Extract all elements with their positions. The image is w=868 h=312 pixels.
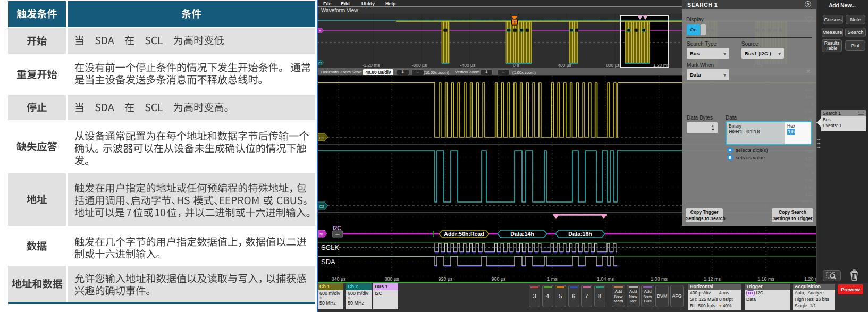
- svg-text:1.12 ms: 1.12 ms: [704, 276, 721, 282]
- svg-text:1.16 ms: 1.16 ms: [757, 276, 775, 282]
- svg-text:0 s: 0 s: [513, 63, 519, 68]
- svg-text:1.08 ms: 1.08 ms: [651, 276, 668, 282]
- svg-text:960 µs: 960 µs: [491, 276, 506, 282]
- svg-text:T: T: [513, 20, 516, 25]
- svg-text:—: —: [335, 232, 340, 237]
- svg-text:1 ms: 1 ms: [547, 276, 558, 282]
- svg-text:1.04 ms: 1.04 ms: [597, 276, 614, 282]
- svg-text:B: B: [319, 30, 321, 33]
- svg-text:1.20 ms: 1.20 ms: [804, 276, 816, 282]
- svg-text:800 µs: 800 µs: [606, 63, 620, 68]
- svg-text:SCLK: SCLK: [321, 243, 339, 251]
- svg-text:I2C: I2C: [333, 225, 341, 231]
- svg-text:C1: C1: [319, 136, 324, 140]
- svg-text:880 µs: 880 µs: [384, 276, 399, 282]
- svg-text:C2: C2: [318, 62, 322, 65]
- svg-text:C2: C2: [319, 204, 324, 209]
- svg-text:-1.20 ms: -1.20 ms: [362, 63, 380, 68]
- svg-text:Addr:50h:Read: Addr:50h:Read: [444, 231, 484, 237]
- svg-text:-400 µs: -400 µs: [460, 63, 476, 68]
- svg-text:400 µs: 400 µs: [558, 63, 571, 68]
- svg-text:Data:14h: Data:14h: [510, 231, 534, 237]
- svg-text:1.20 ms: 1.20 ms: [653, 63, 669, 68]
- svg-text:920 µs: 920 µs: [438, 276, 453, 282]
- svg-text:840 µs: 840 µs: [331, 276, 346, 282]
- svg-text:SDA: SDA: [321, 258, 335, 266]
- svg-text:Data:16h: Data:16h: [568, 231, 592, 237]
- svg-text:-800 µs: -800 µs: [412, 63, 427, 68]
- svg-text:B1: B1: [319, 233, 324, 236]
